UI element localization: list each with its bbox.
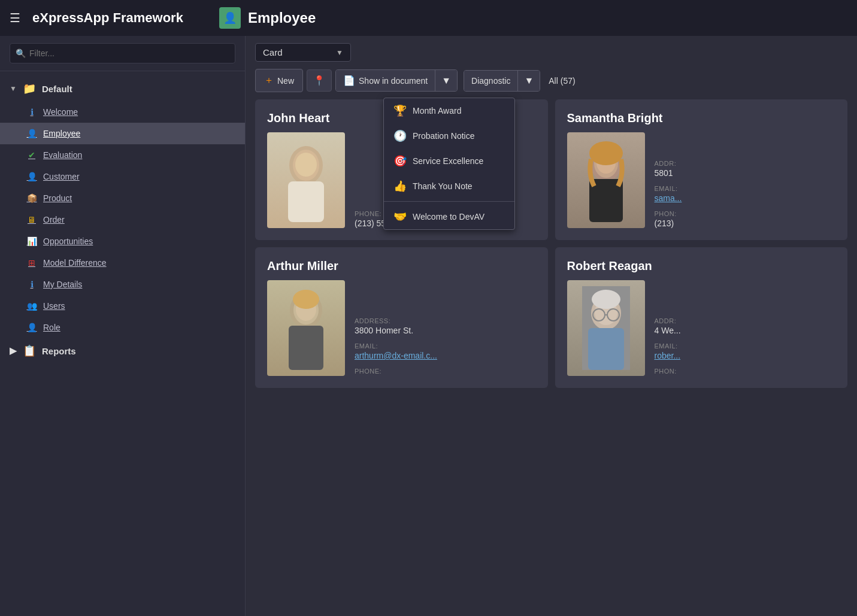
dropdown-item-label-month-award: Month Award <box>413 106 461 116</box>
sidebar-filter-input[interactable] <box>10 43 235 63</box>
sidebar-item-order[interactable]: 🖥 Order <box>0 209 245 230</box>
samantha-bright-phone-section: PHON: (213) <box>655 210 836 228</box>
welcome-devav-icon: 🤝 <box>393 210 407 223</box>
reports-group-label: Reports <box>42 346 76 356</box>
samantha-bright-address-section: ADDR: 5801 <box>655 160 836 178</box>
arthur-miller-address-label: ADDRESS: <box>355 317 536 324</box>
arthur-miller-info: ADDRESS: 3800 Homer St. EMAIL: arthurm@d… <box>355 280 536 376</box>
sidebar-item-role[interactable]: 👤 Role <box>0 317 245 338</box>
new-icon: ＋ <box>264 74 274 87</box>
doc-icon: 📄 <box>343 75 355 86</box>
filter-search-icon: 🔍 <box>16 48 26 58</box>
reports-chevron: ▶ <box>10 345 17 356</box>
robert-reagan-address-label: ADDR: <box>655 317 836 324</box>
product-icon: 📦 <box>26 193 37 204</box>
robert-reagan-phone-label: PHON: <box>655 368 836 375</box>
order-icon: 🖥 <box>26 214 37 225</box>
role-icon: 👤 <box>26 322 37 333</box>
svg-rect-11 <box>289 326 323 370</box>
new-button[interactable]: ＋ New <box>255 69 303 92</box>
default-group-label: Default <box>42 84 72 94</box>
dropdown-item-welcome-devav[interactable]: 🤝 Welcome to DevAV <box>384 204 514 229</box>
view-dropdown-arrow: ▼ <box>336 48 343 57</box>
sidebar-item-label-model-difference: Model Difference <box>43 258 107 268</box>
dropdown-item-service-excellence[interactable]: 🎯 Service Excellence <box>384 148 514 174</box>
arthur-miller-photo <box>267 280 345 376</box>
sidebar-item-welcome[interactable]: ℹ Welcome <box>0 101 245 123</box>
sidebar-group-reports[interactable]: ▶ 📋 Reports <box>0 338 245 363</box>
sidebar-item-label-evaluation: Evaluation <box>43 150 82 160</box>
show-in-document-label: Show in document <box>359 76 428 86</box>
dropdown-item-label-welcome-devav: Welcome to DevAV <box>413 212 484 221</box>
month-award-icon: 🏆 <box>393 104 407 117</box>
show-in-document-dropdown-button[interactable]: ▼ <box>435 70 457 91</box>
robert-reagan-address-section: ADDR: 4 We... <box>655 317 836 335</box>
robert-reagan-phone-section: PHON: <box>655 368 836 376</box>
samantha-bright-phone: (213) <box>655 219 836 228</box>
sidebar-item-customer[interactable]: 👤 Customer <box>0 166 245 187</box>
samantha-bright-body: ADDR: 5801 EMAIL: sama... PHON: (213) <box>567 132 836 228</box>
employee-card-robert-reagan[interactable]: Robert Reagan <box>555 247 848 388</box>
dropdown-separator <box>384 201 514 202</box>
arthur-miller-body: ADDRESS: 3800 Homer St. EMAIL: arthurm@d… <box>267 280 536 376</box>
samantha-bright-email: sama... <box>655 193 836 203</box>
sidebar-item-evaluation[interactable]: ✔ Evaluation <box>0 144 245 166</box>
welcome-icon: ℹ <box>26 107 37 117</box>
samantha-bright-address-label: ADDR: <box>655 160 836 167</box>
robert-reagan-photo <box>567 280 645 376</box>
hamburger-icon[interactable]: ☰ <box>10 11 20 25</box>
arthur-miller-email-label: EMAIL: <box>355 342 536 350</box>
show-in-document-button[interactable]: 📄 Show in document <box>336 70 435 91</box>
svg-point-3 <box>295 153 317 177</box>
robert-reagan-email-section: EMAIL: rober... <box>655 342 836 360</box>
sidebar-item-label-welcome: Welcome <box>43 107 78 117</box>
pin-icon: 📍 <box>313 75 325 86</box>
employee-card-arthur-miller[interactable]: Arthur Miller A <box>255 247 548 388</box>
samantha-bright-phone-label: PHON: <box>655 210 836 217</box>
my-details-icon: ℹ <box>26 279 37 290</box>
robert-reagan-address: 4 We... <box>655 326 836 335</box>
robert-reagan-info: ADDR: 4 We... EMAIL: rober... PHON: <box>655 280 836 376</box>
users-icon: 👥 <box>26 301 37 311</box>
new-label: New <box>277 76 294 86</box>
page-title: Employee <box>248 10 316 26</box>
sidebar-item-employee[interactable]: 👤 Employee <box>0 123 245 144</box>
diagnostic-dropdown-button[interactable]: ▼ <box>517 71 540 91</box>
diagnostic-button[interactable]: Diagnostic <box>464 71 517 91</box>
sidebar-item-label-order: Order <box>43 215 65 224</box>
sidebar-item-model-difference[interactable]: ⊞ Model Difference <box>0 252 245 274</box>
sidebar-item-users[interactable]: 👥 Users <box>0 295 245 317</box>
arthur-miller-address: 3800 Homer St. <box>355 326 536 335</box>
evaluation-icon: ✔ <box>26 150 37 160</box>
opportunities-icon: 📊 <box>26 236 37 247</box>
sidebar-item-label-product: Product <box>43 193 72 203</box>
employee-icon: 👤 <box>26 128 37 139</box>
customer-icon: 👤 <box>26 171 37 182</box>
app-title: eXpressApp Framework <box>32 10 183 26</box>
pin-button[interactable]: 📍 <box>307 69 332 92</box>
sidebar-item-product[interactable]: 📦 Product <box>0 187 245 209</box>
employee-card-samantha-bright[interactable]: Samantha Bright <box>555 99 848 240</box>
show-in-document-group: 📄 Show in document ▼ <box>335 69 458 92</box>
sidebar-item-opportunities[interactable]: 📊 Opportunities <box>0 230 245 252</box>
dropdown-item-probation-notice[interactable]: 🕐 Probation Notice <box>384 123 514 148</box>
show-in-document-menu: 🏆 Month Award 🕐 Probation Notice 🎯 Servi… <box>383 98 515 230</box>
probation-notice-icon: 🕐 <box>393 129 407 142</box>
sidebar-group-default[interactable]: ▼ 📁 Default <box>0 76 245 101</box>
app-header: ☰ eXpressApp Framework 👤 Employee <box>0 0 857 36</box>
thank-you-note-icon: 👍 <box>393 180 407 193</box>
john-heart-photo <box>267 132 345 228</box>
dropdown-item-label-probation-notice: Probation Notice <box>413 131 475 141</box>
dropdown-item-month-award[interactable]: 🏆 Month Award <box>384 98 514 123</box>
view-label: Card <box>263 47 283 57</box>
robert-reagan-email-label: EMAIL: <box>655 342 836 350</box>
sidebar-item-my-details[interactable]: ℹ My Details <box>0 274 245 295</box>
sidebar-filter-section: 🔍 <box>0 36 245 71</box>
default-group-chevron: ▼ <box>10 84 17 93</box>
diagnostic-group: Diagnostic ▼ <box>464 70 540 92</box>
view-selector[interactable]: Card ▼ <box>255 43 351 62</box>
dropdown-item-thank-you-note[interactable]: 👍 Thank You Note <box>384 174 514 199</box>
arthur-miller-phone-section: PHONE: <box>355 368 536 376</box>
samantha-bright-address: 5801 <box>655 168 836 178</box>
reports-folder-icon: 📋 <box>23 344 36 357</box>
